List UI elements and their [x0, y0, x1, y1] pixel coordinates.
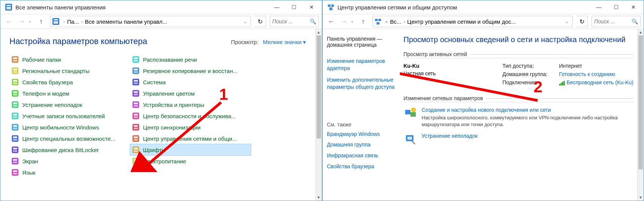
svg-rect-52 — [134, 103, 138, 104]
search-input[interactable] — [272, 18, 310, 24]
svg-line-73 — [329, 7, 331, 8]
nav-history-dropdown[interactable]: ▾ — [351, 20, 357, 24]
svg-rect-38 — [13, 173, 17, 174]
search-input[interactable] — [594, 18, 632, 24]
address-bar[interactable]: « Вс... › Центр управления сетями и общи… — [372, 16, 573, 27]
cp-item[interactable]: Резервное копирование и восстан... — [130, 65, 251, 76]
breadcrumb-part[interactable]: Центр управления сетями и общим дос... — [407, 18, 516, 25]
cp-home-link[interactable]: домашняя страница — [327, 42, 377, 48]
svg-rect-35 — [13, 161, 17, 163]
maximize-button[interactable]: ☐ — [286, 1, 303, 13]
refresh-button[interactable]: ↻ — [576, 16, 588, 27]
cp-item[interactable]: Распознавание речи — [130, 54, 251, 65]
connection-link[interactable]: Беспроводная сеть (Ku-Ku) — [559, 79, 633, 85]
cp-item[interactable]: Центр синхронизации — [130, 122, 251, 133]
minimize-button[interactable]: — — [590, 1, 607, 13]
network-name: Ku-Ku — [404, 63, 436, 69]
cp-item[interactable]: Центр безопасности и обслужива... — [130, 110, 251, 122]
svg-rect-75 — [375, 19, 378, 21]
scrollbar-thumb[interactable] — [317, 35, 321, 139]
cp-item[interactable]: Шрифты — [130, 144, 251, 155]
cp-item-label: Устройства и принтеры — [143, 102, 204, 108]
cp-item[interactable]: Региональные стандарты — [9, 65, 130, 76]
search-icon[interactable]: 🔍 — [310, 18, 316, 24]
nav-up-button[interactable]: ↑ — [36, 16, 46, 27]
scrollbar-thumb[interactable] — [638, 35, 643, 169]
svg-rect-32 — [13, 150, 17, 152]
change-settings-label: Изменение сетевых параметров — [404, 95, 483, 101]
cp-item[interactable]: Электропитание — [130, 155, 251, 167]
cp-item[interactable]: Свойства браузера — [9, 76, 130, 88]
nav-forward-button[interactable]: → — [338, 16, 350, 27]
cp-item[interactable]: Шифрование диска BitLocker — [9, 144, 130, 155]
chevron-left-icon: « — [386, 19, 388, 24]
change-sharing-settings-link[interactable]: Изменить дополнительныепараметры общего … — [327, 76, 395, 91]
scroll-down-icon[interactable]: ▼ — [638, 194, 644, 201]
cp-item[interactable]: Центр мобильности Windows — [9, 122, 130, 133]
cp-item-icon — [132, 55, 140, 64]
breadcrumb-part[interactable]: Все элементы панели управл... — [85, 18, 167, 25]
homegroup-link[interactable]: Готовность к созданию — [559, 71, 615, 77]
cp-item[interactable]: Устранение неполадок — [9, 99, 130, 110]
cp-item[interactable]: Центр управления сетями и общи... — [130, 133, 251, 144]
svg-rect-61 — [134, 137, 138, 138]
breadcrumb-part[interactable]: Па... — [67, 18, 79, 25]
window-title: Центр управления сетями и общим доступом — [338, 4, 590, 11]
cp-item-label: Электропитание — [143, 158, 186, 164]
cp-item-label: Центр управления сетями и общи... — [143, 136, 237, 142]
search-box[interactable]: 🔍 — [592, 16, 641, 27]
search-box[interactable]: 🔍 — [270, 16, 319, 27]
address-dropdown-icon[interactable]: ⌄ — [563, 19, 571, 24]
svg-line-74 — [331, 7, 333, 8]
cp-item-label: Управление цветом — [143, 90, 195, 97]
change-adapter-settings-link[interactable]: Изменение параметровадаптера — [327, 58, 395, 72]
cp-item[interactable]: Центр специальных возможносте... — [9, 133, 130, 144]
cp-item[interactable]: Язык — [9, 167, 130, 178]
svg-rect-39 — [132, 56, 139, 63]
search-icon[interactable]: 🔍 — [632, 18, 638, 24]
troubleshoot-link[interactable]: Устранение неполадок — [422, 133, 478, 139]
scroll-down-icon[interactable]: ▼ — [316, 194, 322, 201]
cp-item[interactable]: Учетные записи пользователей — [9, 110, 130, 122]
svg-rect-33 — [12, 158, 18, 164]
cp-item[interactable]: Телефон и модем — [9, 88, 130, 99]
svg-rect-51 — [132, 101, 139, 108]
homegroup-link[interactable]: Домашняя группа — [327, 141, 395, 148]
nav-back-button[interactable]: ← — [3, 16, 15, 27]
cp-home-link[interactable]: Панель управления — — [327, 36, 383, 42]
view-dropdown[interactable]: Мелкие значки ▾ — [263, 39, 306, 45]
cp-item[interactable]: Система — [130, 76, 251, 88]
vertical-scrollbar[interactable]: ▲ ▼ — [315, 29, 322, 201]
svg-rect-10 — [13, 69, 17, 70]
maximize-button[interactable]: ☐ — [607, 1, 625, 13]
cp-item[interactable]: Экран — [9, 155, 130, 167]
cp-item[interactable]: Устройства и принтеры — [130, 99, 251, 110]
nav-back-button[interactable]: ← — [326, 16, 337, 27]
cp-item[interactable]: Управление цветом — [130, 88, 251, 99]
svg-rect-2 — [6, 7, 11, 9]
svg-rect-59 — [134, 128, 138, 129]
scroll-up-icon[interactable]: ▲ — [316, 29, 322, 35]
refresh-button[interactable]: ↻ — [255, 16, 266, 27]
svg-rect-41 — [134, 60, 138, 61]
svg-rect-66 — [132, 158, 139, 164]
nav-up-button[interactable]: ↑ — [358, 16, 369, 27]
close-button[interactable]: ✕ — [303, 1, 320, 13]
close-button[interactable]: ✕ — [625, 1, 642, 13]
vertical-scrollbar[interactable]: ▲ ▼ — [637, 29, 644, 201]
nav-history-dropdown[interactable]: ▾ — [29, 20, 34, 24]
internet-options-link[interactable]: Свойства браузера — [327, 163, 395, 170]
firewall-link[interactable]: Брандмауэр Windows — [327, 131, 395, 138]
minimize-button[interactable]: — — [268, 1, 286, 13]
cp-item-icon — [11, 78, 19, 86]
address-bar[interactable]: › Па... › Все элементы панели управл... … — [50, 16, 251, 27]
address-dropdown-icon[interactable]: ⌄ — [241, 19, 249, 24]
infrared-link[interactable]: Инфракрасная связь — [327, 152, 395, 159]
scroll-up-icon[interactable]: ▲ — [638, 29, 644, 35]
network-icon — [374, 18, 382, 25]
cp-item[interactable]: Рабочие папки — [9, 54, 130, 65]
nav-forward-button[interactable]: → — [16, 16, 28, 27]
breadcrumb-part[interactable]: Вс... — [390, 18, 401, 25]
svg-rect-30 — [12, 146, 18, 153]
new-connection-link[interactable]: Создание и настройка нового подключения … — [422, 107, 634, 113]
